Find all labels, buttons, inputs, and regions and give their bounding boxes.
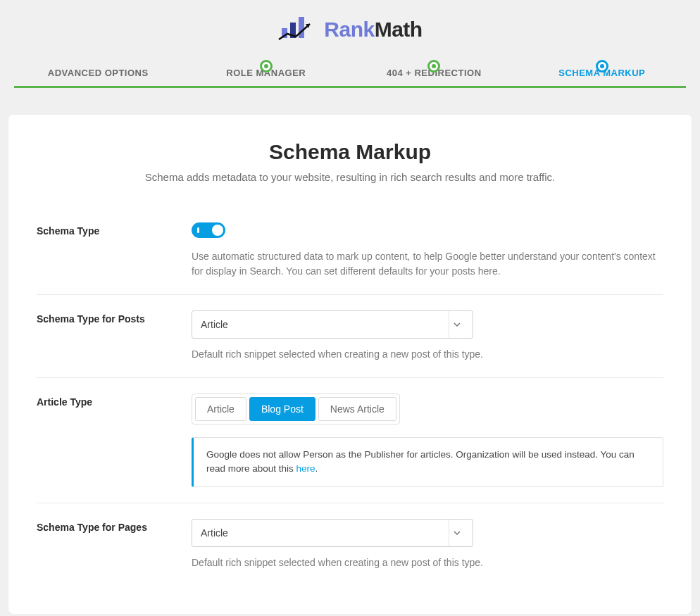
- select-value: Article: [201, 527, 228, 539]
- field-label: Schema Type for Posts: [37, 310, 177, 362]
- field-label: Schema Type for Pages: [37, 519, 177, 570]
- field-schema-pages: Schema Type for Pages Article Default ri…: [37, 503, 663, 586]
- step-advanced-options[interactable]: ADVANCED OPTIONS: [14, 68, 182, 94]
- schema-posts-select[interactable]: Article: [192, 310, 473, 339]
- select-value: Article: [201, 319, 228, 330]
- article-type-option-article[interactable]: Article: [195, 397, 246, 421]
- wizard-stepper: ADVANCED OPTIONS ROLE MANAGER 404 + REDI…: [0, 68, 700, 115]
- step-schema-markup[interactable]: SCHEMA MARKUP: [518, 68, 687, 94]
- page-title: Schema Markup: [37, 140, 663, 164]
- field-label: Schema Type: [37, 222, 177, 279]
- brand-logo: RankMath: [277, 15, 422, 44]
- schema-pages-select[interactable]: Article: [192, 519, 473, 547]
- field-help: Default rich snippet selected when creat…: [192, 555, 663, 570]
- step-404-redirection[interactable]: 404 + REDIRECTION: [350, 68, 518, 94]
- field-help: Use automatic structured data to mark up…: [192, 249, 663, 279]
- brand-header: RankMath: [0, 0, 700, 61]
- article-type-group: Article Blog Post News Article: [192, 394, 400, 425]
- field-schema-posts: Schema Type for Posts Article Default ri…: [37, 295, 663, 378]
- page-subtitle: Schema adds metadata to your website, re…: [37, 171, 663, 183]
- article-type-option-blog-post[interactable]: Blog Post: [249, 397, 315, 421]
- step-dot-icon: [260, 60, 273, 73]
- step-dot-icon: [427, 60, 440, 73]
- notice-link[interactable]: here: [296, 463, 315, 474]
- svg-rect-2: [299, 17, 304, 38]
- article-type-option-news-article[interactable]: News Article: [318, 397, 396, 421]
- settings-panel: Schema Markup Schema adds metadata to yo…: [8, 115, 692, 614]
- notice-text: Google does not allow Person as the Publ…: [206, 449, 635, 474]
- field-schema-type: Schema Type Use automatic structured dat…: [37, 207, 663, 295]
- brand-logo-text: RankMath: [324, 18, 422, 42]
- brand-logo-icon: [277, 15, 315, 44]
- notice-text: .: [315, 463, 318, 474]
- field-article-type: Article Type Article Blog Post News Arti…: [37, 378, 663, 503]
- field-label: Article Type: [37, 394, 177, 487]
- chevron-down-icon: [449, 520, 464, 546]
- field-help: Default rich snippet selected when creat…: [192, 347, 663, 362]
- schema-type-toggle[interactable]: [192, 222, 225, 238]
- step-dot-icon: [596, 60, 608, 73]
- step-role-manager[interactable]: ROLE MANAGER: [182, 68, 351, 94]
- publisher-notice: Google does not allow Person as the Publ…: [192, 437, 663, 487]
- chevron-down-icon: [449, 311, 464, 338]
- step-label: ADVANCED OPTIONS: [14, 68, 182, 94]
